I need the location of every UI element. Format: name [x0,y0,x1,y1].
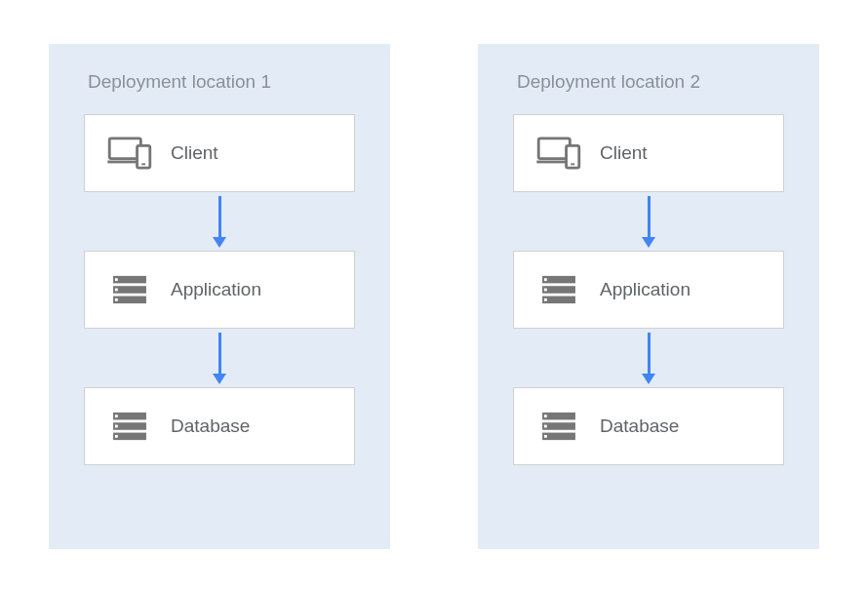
database-node: Database [513,387,784,465]
svg-rect-12 [113,422,146,430]
arrow-down-icon [213,329,226,387]
server-icon [106,403,153,450]
application-node: Application [84,251,355,329]
node-label: Database [600,415,679,437]
server-icon [106,266,153,313]
svg-rect-14 [113,433,146,441]
devices-icon [535,130,582,177]
deployment-location-panel-1: Deployment location 1 Client [49,44,390,549]
svg-rect-7 [115,289,118,292]
node-label: Client [171,142,218,164]
arrow-down-icon [642,329,655,387]
node-label: Client [600,142,648,164]
client-node: Client [513,114,784,192]
svg-rect-29 [544,425,547,428]
svg-rect-24 [542,296,575,304]
svg-rect-6 [113,286,146,294]
server-icon [535,266,582,313]
svg-rect-23 [544,289,547,292]
svg-rect-27 [544,415,547,417]
node-label: Application [600,279,690,300]
svg-rect-3 [141,163,145,165]
svg-rect-10 [113,413,146,420]
svg-rect-21 [544,278,547,281]
devices-icon [106,130,153,177]
location-title: Deployment location 2 [507,71,700,93]
svg-rect-4 [113,276,146,284]
svg-rect-11 [115,415,118,417]
svg-rect-15 [115,435,118,438]
svg-rect-31 [544,435,547,438]
arrow-down-icon [213,192,226,251]
svg-rect-30 [542,433,575,441]
svg-rect-19 [571,163,574,165]
database-node: Database [84,387,355,465]
svg-rect-13 [115,425,118,428]
svg-rect-22 [542,286,575,294]
svg-rect-9 [115,298,118,301]
svg-rect-26 [542,413,575,420]
client-node: Client [84,114,355,192]
svg-rect-8 [113,296,146,304]
node-label: Application [171,279,261,300]
svg-rect-25 [544,298,547,301]
server-icon [535,403,582,450]
svg-rect-20 [542,276,575,284]
arrow-down-icon [642,192,655,251]
deployment-location-panel-2: Deployment location 2 Client [478,44,819,549]
application-node: Application [513,251,784,329]
location-title: Deployment location 1 [78,71,271,93]
svg-rect-28 [542,422,575,430]
node-label: Database [171,415,250,437]
svg-rect-5 [115,278,118,281]
